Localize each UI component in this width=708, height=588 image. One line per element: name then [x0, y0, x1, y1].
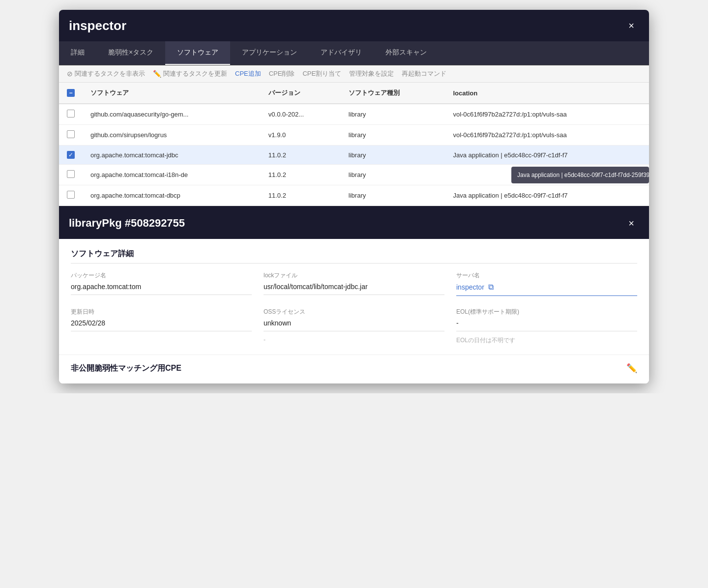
action-set-managed[interactable]: 管理対象を設定 [349, 69, 394, 78]
action-update-tasks[interactable]: ✏️ 関連するタスクを更新 [153, 69, 227, 78]
row4-checkbox-cell[interactable] [59, 165, 83, 185]
detail-section: ソフトウェア詳細 パッケージ名 org.apache.tomcat:tom lo… [59, 239, 649, 354]
lock-file-value: usr/local/tomcat/lib/tomcat-jdbc.jar [264, 283, 444, 295]
row3-type: library [341, 146, 445, 165]
action-restart-cmd[interactable]: 再起動コマンド [402, 69, 446, 78]
assign-cpe-label: CPE割り当て [302, 69, 341, 78]
package-name-label: パッケージ名 [71, 271, 252, 280]
section-title: ソフトウェア詳細 [71, 249, 637, 264]
tab-advisories[interactable]: アドバイザリ [309, 41, 374, 65]
cpe-section-title: 非公開脆弱性マッチング用CPE [71, 363, 181, 374]
hide-tasks-icon: ⊘ [67, 70, 73, 78]
tab-applications[interactable]: アプリケーション [230, 41, 309, 65]
inspector-title: inspector [69, 18, 126, 33]
restart-cmd-label: 再起動コマンド [402, 69, 446, 78]
row2-checkbox[interactable] [67, 130, 75, 138]
row1-location: vol-0c61f6f97b2a2727d:/p1:opt/vuls-saa [445, 104, 649, 125]
table-row[interactable]: org.apache.tomcat:tomcat-dbcp 11.0.2 lib… [59, 185, 649, 206]
cpe-edit-icon[interactable]: ✏️ [626, 363, 637, 374]
close-sub-panel-button[interactable]: × [623, 215, 639, 231]
table-row[interactable]: org.apache.tomcat:tomcat-i18n-de 11.0.2 … [59, 165, 649, 185]
oss-license-label: OSSライセンス [264, 308, 444, 316]
external-link-icon[interactable]: ⧉ [488, 283, 494, 292]
sub-panel-title: libraryPkg #508292755 [69, 217, 185, 230]
updated-at-field: 更新日時 2025/02/28 [71, 308, 252, 345]
lock-file-label: lockファイル [264, 271, 444, 280]
package-name-field: パッケージ名 org.apache.tomcat:tom [71, 271, 252, 296]
row1-software: github.com/aquasecurity/go-gem... [83, 104, 261, 125]
row2-software: github.com/sirupsen/logrus [83, 125, 261, 146]
table-row[interactable]: ✓ org.apache.tomcat:tomcat-jdbc 11.0.2 l… [59, 146, 649, 165]
oss-license-sub: - [264, 336, 444, 343]
hide-tasks-label: 関連するタスクを非表示 [75, 69, 145, 78]
row5-version: 11.0.2 [261, 185, 341, 206]
oss-license-value: unknown [264, 319, 444, 331]
detail-grid-1: パッケージ名 org.apache.tomcat:tom lockファイル us… [71, 271, 637, 296]
add-cpe-label: CPE追加 [235, 69, 261, 78]
row4-checkbox[interactable] [67, 170, 75, 178]
eol-label: EOL(標準サポート期限) [456, 308, 637, 316]
row4-software: org.apache.tomcat:tomcat-i18n-de [83, 165, 261, 185]
server-name-value-container: inspector ⧉ [456, 283, 637, 296]
row4-version: 11.0.2 [261, 165, 341, 185]
tab-software[interactable]: ソフトウェア [165, 41, 230, 65]
set-managed-label: 管理対象を設定 [349, 69, 394, 78]
updated-at-value: 2025/02/28 [71, 319, 252, 331]
tab-details[interactable]: 詳細 [59, 41, 96, 65]
row4-type: library [341, 165, 445, 185]
row3-software: org.apache.tomcat:tomcat-jdbc [83, 146, 261, 165]
row5-checkbox[interactable] [67, 191, 75, 199]
row5-software: org.apache.tomcat:tomcat-dbcp [83, 185, 261, 206]
row3-checkbox-cell[interactable]: ✓ [59, 146, 83, 165]
oss-license-field: OSSライセンス unknown - [264, 308, 444, 345]
sub-panel: libraryPkg #508292755 × ソフトウェア詳細 パッケージ名 … [59, 206, 649, 383]
row1-checkbox[interactable] [67, 110, 75, 118]
col-header-type: ソフトウェア種別 [341, 83, 445, 104]
eol-value: - [456, 319, 637, 331]
software-table-section: − ソフトウェア バージョン ソフトウェア種別 location github.… [59, 83, 649, 206]
action-add-cpe[interactable]: CPE追加 [235, 69, 261, 78]
row2-location: vol-0c61f6f97b2a2727d:/p1:opt/vuls-saa [445, 125, 649, 146]
action-bar: ⊘ 関連するタスクを非表示 ✏️ 関連するタスクを更新 CPE追加 CPE削除 … [59, 65, 649, 83]
tab-external-scan[interactable]: 外部スキャン [374, 41, 439, 65]
table-row[interactable]: github.com/sirupsen/logrus v1.9.0 librar… [59, 125, 649, 146]
lock-file-field: lockファイル usr/local/tomcat/lib/tomcat-jdb… [264, 271, 444, 296]
updated-at-label: 更新日時 [71, 308, 252, 316]
row1-checkbox-cell[interactable] [59, 104, 83, 125]
delete-cpe-label: CPE削除 [269, 69, 295, 78]
server-name-link[interactable]: inspector [456, 283, 484, 291]
server-name-field: サーバ名 inspector ⧉ [456, 271, 637, 296]
select-all-checkbox[interactable]: − [67, 89, 75, 97]
row2-version: v1.9.0 [261, 125, 341, 146]
action-delete-cpe[interactable]: CPE削除 [269, 69, 295, 78]
table-row[interactable]: github.com/aquasecurity/go-gem... v0.0.0… [59, 104, 649, 125]
col-header-location: location [445, 83, 649, 104]
row3-checkbox[interactable]: ✓ [67, 151, 75, 159]
sub-panel-header: libraryPkg #508292755 × [59, 207, 649, 239]
row3-location: Java application | e5dc48cc-09f7-c1df-f7 [445, 146, 649, 165]
update-tasks-label: 関連するタスクを更新 [163, 69, 227, 78]
detail-grid-2: 更新日時 2025/02/28 OSSライセンス unknown - EOL(標… [71, 308, 637, 345]
inspector-header: inspector × [59, 10, 649, 41]
eol-field: EOL(標準サポート期限) - EOLの日付は不明です [456, 308, 637, 345]
header-checkbox-cell[interactable]: − [59, 83, 83, 104]
row1-version: v0.0.0-202... [261, 104, 341, 125]
close-inspector-button[interactable]: × [623, 18, 639, 33]
tab-vulnerabilities[interactable]: 脆弱性×タスク [96, 41, 165, 65]
cpe-section: 非公開脆弱性マッチング用CPE ✏️ [59, 354, 649, 383]
row2-type: library [341, 125, 445, 146]
table-header-row: − ソフトウェア バージョン ソフトウェア種別 location [59, 83, 649, 104]
row5-type: library [341, 185, 445, 206]
action-hide-tasks[interactable]: ⊘ 関連するタスクを非表示 [67, 69, 145, 78]
row4-location-cell: Java application | e5dc48cc-09f7-c1df-f7… [445, 165, 649, 185]
server-name-label: サーバ名 [456, 271, 637, 280]
eol-subtext: EOLの日付は不明です [456, 336, 637, 345]
row5-checkbox-cell[interactable] [59, 185, 83, 206]
action-assign-cpe[interactable]: CPE割り当て [302, 69, 341, 78]
row2-checkbox-cell[interactable] [59, 125, 83, 146]
row5-location: Java application | e5dc48cc-09f7-c1df-f7 [445, 185, 649, 206]
tabs-bar: 詳細 脆弱性×タスク ソフトウェア アプリケーション アドバイザリ 外部スキャン [59, 41, 649, 65]
col-header-software: ソフトウェア [83, 83, 261, 104]
edit-tasks-icon: ✏️ [153, 70, 161, 78]
row3-version: 11.0.2 [261, 146, 341, 165]
